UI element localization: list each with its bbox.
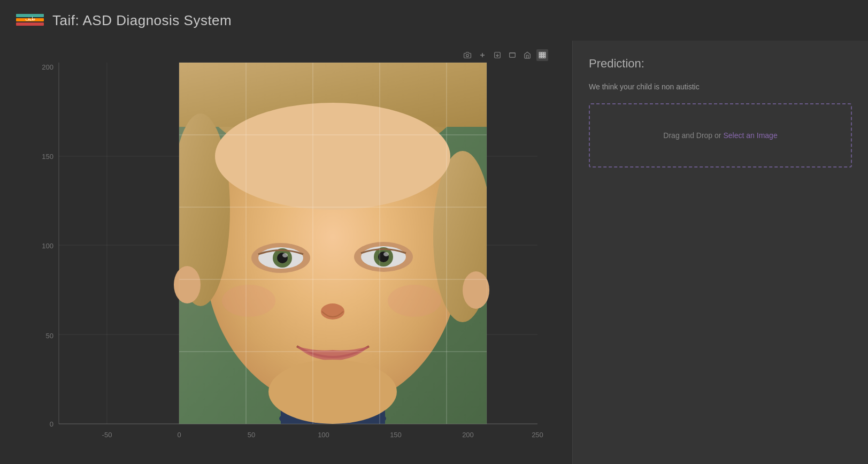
- svg-rect-9: [510, 52, 516, 57]
- chart-wrapper: 0 50 100 150 200 -50 0 50 100 150 200 25…: [24, 49, 548, 451]
- chart-svg: 0 50 100 150 200 -50 0 50 100 150 200 25…: [24, 49, 548, 451]
- logo-container: طيف: [16, 10, 44, 31]
- svg-text:150: 150: [42, 153, 53, 161]
- svg-text:-50: -50: [102, 431, 112, 439]
- toolbar-download-svg[interactable]: [506, 49, 518, 61]
- svg-rect-18: [542, 56, 543, 58]
- svg-rect-19: [544, 56, 546, 58]
- svg-rect-17: [539, 56, 541, 58]
- svg-point-63: [222, 285, 275, 317]
- upload-select-link[interactable]: Select an Image: [724, 131, 778, 140]
- svg-text:طيف: طيف: [25, 16, 35, 21]
- svg-text:250: 250: [532, 431, 543, 439]
- svg-text:150: 150: [390, 431, 402, 439]
- right-panel: Prediction: We think your child is non a…: [572, 41, 868, 464]
- toolbar-camera[interactable]: [462, 49, 473, 61]
- svg-text:100: 100: [318, 431, 329, 439]
- toolbar-settings[interactable]: [536, 49, 548, 61]
- chart-toolbar: [462, 49, 548, 61]
- toolbar-plus[interactable]: [477, 49, 488, 61]
- svg-text:0: 0: [177, 431, 181, 439]
- svg-rect-11: [539, 52, 541, 54]
- svg-point-66: [463, 271, 489, 309]
- svg-point-65: [174, 266, 201, 303]
- chart-panel: 0 50 100 150 200 -50 0 50 100 150 200 25…: [0, 41, 572, 464]
- svg-text:0: 0: [50, 420, 53, 428]
- svg-point-61: [383, 252, 389, 256]
- upload-drag-text: Drag and Drop or: [663, 131, 721, 140]
- svg-text:200: 200: [462, 431, 474, 439]
- svg-point-56: [282, 253, 288, 257]
- upload-dropzone[interactable]: Drag and Drop or Select an Image: [589, 103, 852, 168]
- svg-text:200: 200: [42, 63, 53, 71]
- toolbar-home[interactable]: [521, 49, 533, 61]
- svg-point-51: [215, 103, 450, 210]
- svg-rect-16: [544, 54, 546, 56]
- svg-point-4: [466, 54, 469, 57]
- svg-rect-14: [539, 54, 541, 56]
- svg-rect-12: [542, 52, 543, 54]
- svg-rect-13: [544, 52, 546, 54]
- app-header: طيف Taif: ASD Diagnosis System: [0, 0, 868, 41]
- logo-icon: طيف: [16, 10, 44, 31]
- svg-text:100: 100: [42, 242, 53, 250]
- svg-rect-2: [16, 22, 44, 26]
- svg-text:50: 50: [248, 431, 255, 439]
- svg-point-69: [268, 360, 397, 424]
- svg-text:50: 50: [46, 332, 53, 340]
- prediction-result: We think your child is non autistic: [589, 81, 852, 93]
- toolbar-download-png[interactable]: [491, 49, 503, 61]
- prediction-title: Prediction:: [589, 57, 852, 71]
- main-content: 0 50 100 150 200 -50 0 50 100 150 200 25…: [0, 41, 868, 464]
- app-title: Taif: ASD Diagnosis System: [52, 12, 232, 29]
- svg-point-64: [388, 285, 441, 317]
- svg-rect-15: [542, 54, 543, 56]
